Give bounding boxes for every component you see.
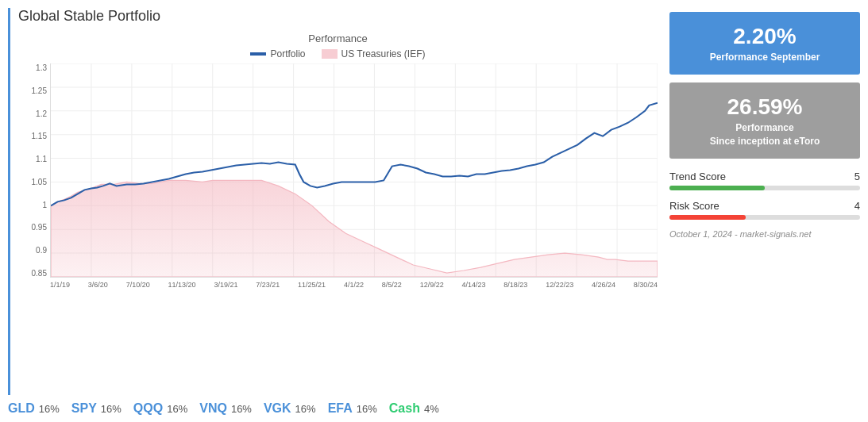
ticker-gld: GLD bbox=[8, 401, 35, 416]
ticker-cash: Cash bbox=[389, 401, 420, 416]
legend-pink-area bbox=[322, 49, 338, 59]
ticker-efa-pct: 16% bbox=[357, 403, 377, 415]
ticker-vgk: VGK bbox=[264, 401, 291, 416]
legend-portfolio-label: Portfolio bbox=[270, 48, 305, 59]
bottom-bar: GLD 16% SPY 16% QQQ 16% VNQ 16% VGK 16% … bbox=[0, 395, 868, 422]
trend-score-row: Trend Score 5 bbox=[669, 171, 860, 190]
ticker-efa: EFA bbox=[328, 401, 353, 416]
risk-score-value: 4 bbox=[854, 200, 860, 212]
perf-inception-label1: Performance bbox=[677, 122, 852, 133]
ticker-spy: SPY bbox=[71, 401, 97, 416]
legend-blue-line bbox=[250, 52, 266, 56]
ticker-spy-pct: 16% bbox=[101, 403, 122, 415]
scores-section: Trend Score 5 Risk Score 4 October 1, 20… bbox=[669, 167, 860, 243]
ticker-qqq: QQQ bbox=[133, 401, 163, 416]
chart-svg-container bbox=[50, 63, 658, 278]
x-axis: 1/1/19 3/6/20 7/10/20 11/13/20 3/19/21 7… bbox=[50, 278, 658, 301]
legend-ief: US Treasuries (IEF) bbox=[322, 48, 426, 59]
ief-area bbox=[51, 180, 658, 277]
trend-score-value: 5 bbox=[854, 171, 860, 182]
performance-september-box: 2.20% Performance September bbox=[669, 12, 860, 75]
performance-inception-box: 26.59% Performance Since inception at eT… bbox=[669, 82, 860, 159]
left-panel: Global Stable Portfolio Performance Port… bbox=[8, 8, 658, 395]
risk-score-row: Risk Score 4 bbox=[669, 200, 860, 220]
trend-score-label: Trend Score bbox=[669, 171, 726, 182]
ticker-gld-pct: 16% bbox=[39, 403, 60, 415]
ticker-qqq-pct: 16% bbox=[167, 403, 187, 415]
ticker-vgk-pct: 16% bbox=[295, 403, 316, 415]
perf-september-value: 2.20% bbox=[677, 24, 852, 49]
chart-svg bbox=[51, 63, 658, 277]
risk-score-bar-bg bbox=[669, 215, 860, 220]
trend-score-bar-fill bbox=[669, 186, 765, 190]
ticker-vnq-pct: 16% bbox=[231, 403, 252, 415]
legend-ief-label: US Treasuries (IEF) bbox=[341, 48, 426, 59]
perf-inception-label2: Since inception at eToro bbox=[677, 136, 852, 147]
legend-portfolio: Portfolio bbox=[250, 48, 305, 59]
portfolio-title: Global Stable Portfolio bbox=[18, 8, 658, 25]
date-source: October 1, 2024 - market-signals.net bbox=[669, 229, 860, 239]
right-panel: 2.20% Performance September 26.59% Perfo… bbox=[669, 8, 860, 395]
risk-score-header: Risk Score 4 bbox=[669, 200, 860, 212]
ticker-vnq: VNQ bbox=[199, 401, 227, 416]
risk-score-label: Risk Score bbox=[669, 200, 719, 212]
risk-score-bar-fill bbox=[669, 215, 746, 220]
perf-inception-value: 26.59% bbox=[677, 94, 852, 120]
ticker-cash-pct: 4% bbox=[424, 403, 439, 415]
chart-area: Performance Portfolio US Treasuries (IEF… bbox=[18, 33, 658, 395]
trend-score-header: Trend Score 5 bbox=[669, 171, 860, 182]
chart-wrapper: 1.3 1.25 1.2 1.15 1.1 1.05 1 0.95 0.9 0.… bbox=[18, 63, 658, 301]
chart-legend: Portfolio US Treasuries (IEF) bbox=[18, 48, 658, 59]
main-container: Global Stable Portfolio Performance Port… bbox=[0, 0, 868, 395]
y-axis: 1.3 1.25 1.2 1.15 1.1 1.05 1 0.95 0.9 0.… bbox=[18, 63, 50, 278]
trend-score-bar-bg bbox=[669, 186, 860, 190]
chart-title: Performance bbox=[18, 33, 658, 44]
perf-september-label: Performance September bbox=[677, 52, 852, 63]
